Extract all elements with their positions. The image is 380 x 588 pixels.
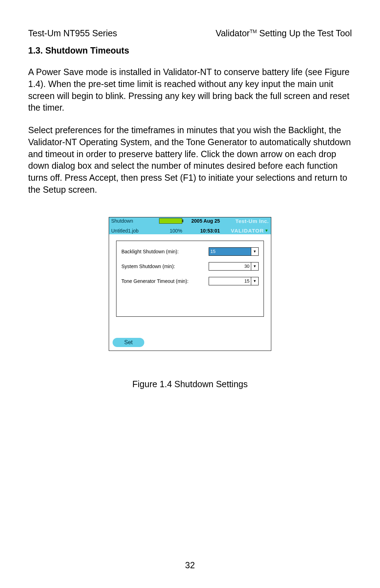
device-screenshot: Shutdown Untitled1.job 100% 2005 Aug 25 … <box>109 217 271 351</box>
section-title: 1.3. Shutdown Timeouts <box>28 45 352 56</box>
brand-triangle-icon: ▼ <box>265 228 269 233</box>
battery-percent: 100% <box>170 228 182 234</box>
settings-panel: Backlight Shutdown (min): 15 ▼ System Sh… <box>116 241 264 317</box>
chevron-down-icon[interactable]: ▼ <box>251 248 258 255</box>
softkey-bar: Set <box>109 336 271 351</box>
header-left: Test-Um NT955 Series <box>28 28 117 38</box>
status-bar: Shutdown Untitled1.job 100% 2005 Aug 25 … <box>109 217 271 234</box>
row-system: System Shutdown (min): 30 ▼ <box>121 262 259 271</box>
header-right: ValidatorTM Setting Up the Test Tool <box>216 28 352 38</box>
row-tone: Tone Generator Timeout (min): 15 ▼ <box>121 277 259 285</box>
combo-backlight-value: 15 <box>209 248 251 255</box>
chevron-down-icon[interactable]: ▼ <box>251 262 258 270</box>
status-time: 10:53:01 <box>200 228 220 234</box>
header-right-prefix: Validator <box>216 28 250 38</box>
trademark-superscript: TM <box>250 29 257 34</box>
brand-line-2-text: VALIDATOR <box>231 228 264 234</box>
page-header: Test-Um NT955 Series ValidatorTM Setting… <box>28 28 352 38</box>
combo-tone[interactable]: 15 ▼ <box>209 277 259 285</box>
status-job: Untitled1.job <box>111 228 153 234</box>
status-date: 2005 Aug 25 <box>191 218 220 224</box>
figure-caption: Figure 1.4 Shutdown Settings <box>28 379 352 389</box>
header-right-suffix: Setting Up the Test Tool <box>257 28 352 38</box>
paragraph-2: Select preferences for the timeframes in… <box>28 124 352 196</box>
label-system: System Shutdown (min): <box>121 264 175 269</box>
combo-system[interactable]: 30 ▼ <box>209 262 259 271</box>
combo-backlight[interactable]: 15 ▼ <box>209 247 259 256</box>
row-backlight: Backlight Shutdown (min): 15 ▼ <box>121 247 259 256</box>
combo-tone-value: 15 <box>209 277 251 285</box>
brand-line-2: VALIDATOR▼ <box>231 228 269 234</box>
combo-system-value: 30 <box>209 262 251 270</box>
paragraph-1: A Power Save mode is installed in Valida… <box>28 66 352 114</box>
label-tone: Tone Generator Timeout (min): <box>121 278 189 284</box>
label-backlight: Backlight Shutdown (min): <box>121 249 179 254</box>
page-number: 32 <box>0 560 380 570</box>
set-button[interactable]: Set <box>113 338 144 347</box>
chevron-down-icon[interactable]: ▼ <box>251 277 258 285</box>
battery-icon <box>159 218 182 224</box>
brand-line-1: Test-Um Inc. <box>235 218 269 224</box>
status-title: Shutdown <box>111 218 153 224</box>
